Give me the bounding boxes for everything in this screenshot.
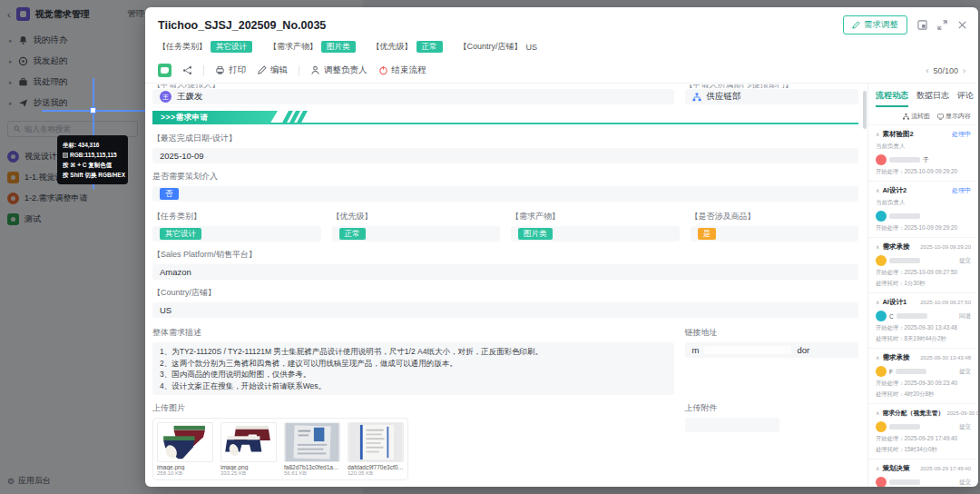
uploaded-images: image.png 258.10 KB [152,418,408,480]
department-field: 供应链部 [685,89,859,104]
avatar [876,154,887,165]
redacted-name [889,424,920,430]
image-card[interactable]: image.png 258.10 KB [157,422,213,476]
redacted-name [896,369,926,374]
status-badge: 处理中 [952,130,971,139]
node-finish-time: 2025-10-09 09:29:20 [920,244,971,250]
priority-value: 正常 [332,226,501,242]
wecom-share-icon[interactable] [158,64,172,77]
collapse-icon[interactable]: ∧ [876,187,879,193]
image-card[interactable]: fa82d7b13c0fed1a36....jpg 56.61 KB [284,422,340,476]
float-window-icon[interactable] [917,20,927,30]
description-value: 1、为TY2-11120S / TY2-11121M 男士集屁裤产品设计使用说明… [152,342,674,395]
collapse-icon[interactable]: ∧ [876,131,879,137]
node-finish-time: 2025-10-09 09:27:50 [920,300,971,305]
collapse-icon[interactable]: ∧ [876,354,879,361]
image-filesize: 258.10 KB [157,470,213,476]
action-label: 提交 [959,423,971,431]
modal-toolbar: 打印 编辑 调整负责人 结束流程 ‹ 50/100 › [145,59,978,84]
attachment-placeholder [685,418,779,432]
modal-title: Tiichoo_SJSJ_202509_No.0035 [158,19,326,32]
category-tag: 其它设计 [211,41,252,53]
node-finish-time: 2025-09-29 17:49:40 [920,466,971,471]
tab-data-log[interactable]: 数据日志 [916,90,949,107]
next-record-icon[interactable]: › [963,66,965,75]
pencil-icon [852,21,860,29]
status-badge: 处理中 [952,186,971,195]
yes-tag: 是 [698,228,717,240]
share-icon[interactable] [182,65,192,75]
timeline-list: ∧素材验图2处理中 当前负责人 子 开始处理：2025-10-09 09:29:… [868,125,978,487]
prev-record-icon[interactable]: ‹ [926,66,928,75]
upload-images-label: 上传图片 [152,402,674,414]
image-card[interactable]: dafdadc9f770e3cf073....jpg 120.05 KB [348,422,404,476]
platform-label: 【Sales Platform/销售平台】 [152,249,858,261]
activity-panel: 流程动态 数据日志 评论 流转图 显示内容 ∧素材验图2处理中 当前负责人 子 … [867,84,978,487]
image-filesize: 120.05 KB [348,470,404,476]
applicant-field: 王 王媛发 [152,89,674,104]
image-card[interactable]: image.png 333.25 KB [220,422,277,476]
department-name: 供应链部 [707,91,741,103]
timeline-card: ∧AI设计12025-10-09 09:27:50 C回退 开始处理：2025-… [868,293,978,349]
product-label: 【需求产物】 [511,211,680,222]
manual-photo2-thumbnail [348,422,404,462]
close-icon[interactable] [957,20,967,30]
image-filename: image.png [220,464,277,470]
tab-comments[interactable]: 评论 [957,90,974,107]
node-finish-time: 2025-09-30 13:43:48 [920,355,971,361]
end-process-button[interactable]: 结束流程 [378,64,426,76]
section-banner-request: >>>需求申请 [152,111,858,124]
applicant-name: 王媛发 [177,91,203,103]
color-swatch [63,153,68,158]
priority-label: 【优先级】 [332,211,501,222]
product-tag: 图片类 [321,41,356,53]
boxers-thumbnail [220,422,277,462]
collapse-icon[interactable]: ∧ [876,299,879,305]
avatar [876,477,887,487]
image-filesize: 56.61 KB [284,470,340,476]
picker-toggle-hint: 按 Shift 切换 RGB/HEX [63,170,122,180]
action-label: 提交 [959,368,971,376]
avatar: 王 [160,91,172,103]
edit-button[interactable]: 编辑 [257,64,288,76]
print-button[interactable]: 打印 [215,64,246,76]
no-tag: 否 [160,188,179,200]
collapse-icon[interactable]: ∧ [876,243,879,250]
goods-label: 【是否涉及商品】 [691,211,859,222]
action-label: 提交 [959,257,971,265]
manual-photo-thumbnail [284,422,340,462]
upload-attachments-label: 上传附件 [685,402,859,414]
tab-process-activity[interactable]: 流程动态 [876,90,908,107]
crosshair-center-handle [90,107,96,114]
pager-count: 50/100 [933,66,958,75]
adjust-request-button[interactable]: 需求调整 [843,15,907,35]
link-label: 链接地址 [685,327,859,339]
avatar [876,311,887,321]
country-label: 【Country/店铺】 [152,287,858,299]
timeline-card: ∧AI设计2处理中 当前负责人 开始处理：2025-10-09 09:29:20 [868,182,978,238]
reassign-button[interactable]: 调整负责人 [310,64,368,76]
show-content-button[interactable]: 显示内容 [937,112,971,121]
link-value[interactable]: m dor [685,342,859,358]
content-scrollbar[interactable] [863,91,867,129]
fullscreen-icon[interactable] [937,20,947,30]
redacted-name [889,258,920,263]
display-icon [937,114,944,120]
redacted-name [889,213,920,219]
collapse-icon[interactable]: ∧ [876,410,879,416]
flowchart-icon [903,114,909,120]
deadline-value: 2025-10-09 [152,148,858,163]
node-finish-time: 2025-09-30 09:23:40 [946,410,978,416]
header-meta-row: 【任务类别】其它设计 【需求产物】图片类 【优先级】正常 【Country/店铺… [145,36,978,59]
meta-label: 【Country/店铺】 [459,41,523,53]
flow-diagram-button[interactable]: 流转图 [903,112,930,121]
image-filesize: 333.25 KB [220,470,277,476]
planner-involve-label: 是否需要策划介入 [152,171,858,183]
collapse-icon[interactable]: ∧ [876,465,879,471]
form-content: 【申请人/提报人】 王 王媛发 【申请人所属部门/提报部门】 供应链部 >> [145,84,867,487]
image-filename: fa82d7b13c0fed1a36....jpg [284,464,340,470]
picker-rgb: RGB:115,115,115 [63,150,122,160]
redacted-link [704,346,791,354]
action-label: 回退 [959,312,971,321]
avatar [876,366,887,377]
